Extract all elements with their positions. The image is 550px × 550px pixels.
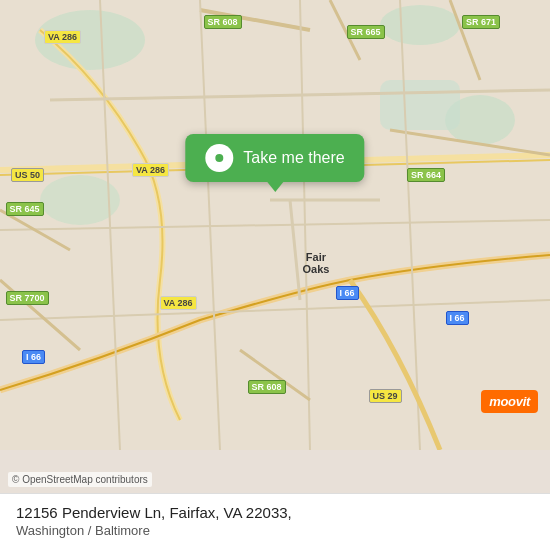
attribution: © OpenStreetMap contributors [8, 472, 152, 487]
moovit-logo: moovit [481, 390, 538, 413]
svg-point-2 [380, 5, 460, 45]
map-svg [0, 0, 550, 450]
location-pin-icon [205, 144, 233, 172]
take-me-there-popup[interactable]: Take me there [185, 134, 364, 182]
info-bar: 12156 Penderview Ln, Fairfax, VA 22033, … [0, 493, 550, 550]
map-container[interactable]: VA 286 SR 608 SR 665 SR 671 US 50 VA 286… [0, 0, 550, 493]
svg-rect-5 [380, 80, 460, 130]
region-line: Washington / Baltimore [16, 523, 534, 538]
app: VA 286 SR 608 SR 665 SR 671 US 50 VA 286… [0, 0, 550, 550]
popup-label: Take me there [243, 149, 344, 167]
address-line: 12156 Penderview Ln, Fairfax, VA 22033, [16, 504, 534, 521]
